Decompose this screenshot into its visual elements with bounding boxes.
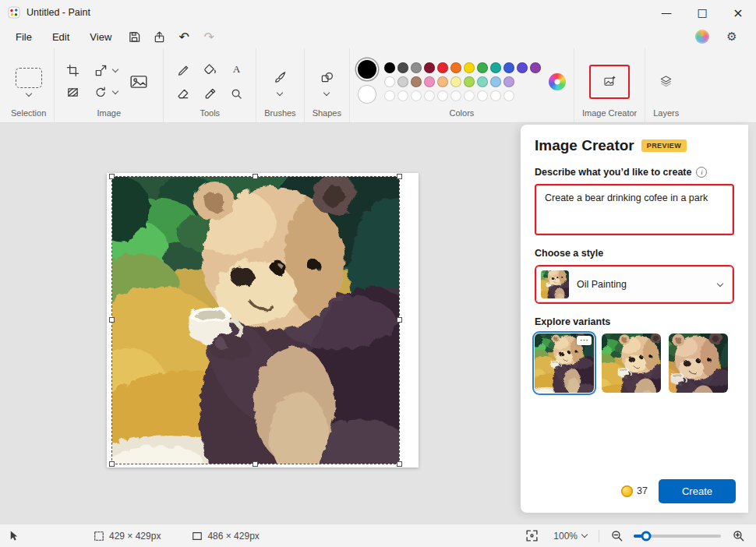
color-swatch-empty[interactable]	[424, 90, 435, 101]
color-swatch[interactable]	[397, 62, 408, 73]
variant-more-button[interactable]: ⋯	[577, 336, 592, 345]
prompt-input[interactable]: Create a bear drinking cofee in a park	[536, 185, 733, 234]
color-swatch-empty[interactable]	[464, 90, 475, 101]
color-swatch-empty[interactable]	[411, 90, 422, 101]
color-swatch[interactable]	[503, 76, 514, 87]
edit-colors-button[interactable]	[549, 73, 566, 90]
selection-dropdown-chevron-icon[interactable]	[25, 90, 31, 96]
image-creator-button[interactable]	[597, 69, 622, 94]
resize-button[interactable]	[90, 62, 111, 80]
style-label: Choose a style	[535, 248, 603, 259]
color-swatch[interactable]	[450, 76, 461, 87]
selection-handle[interactable]	[397, 461, 402, 467]
foreground-color[interactable]	[358, 60, 376, 79]
annotation-box-prompt: Create a bear drinking cofee in a park	[535, 184, 734, 235]
canvas-size-value: 486 × 429px	[207, 531, 259, 542]
image-options-button[interactable]	[122, 65, 155, 98]
color-swatch-empty[interactable]	[477, 90, 488, 101]
color-swatch[interactable]	[464, 76, 475, 87]
color-swatch[interactable]	[411, 62, 422, 73]
color-swatch[interactable]	[411, 76, 422, 87]
zoom-level-dropdown[interactable]: 100%	[549, 528, 592, 544]
color-swatch-empty[interactable]	[437, 90, 448, 101]
canvas-page[interactable]	[107, 173, 419, 468]
background-color[interactable]	[358, 85, 376, 104]
zoom-in-button[interactable]	[728, 527, 748, 545]
color-swatch-empty[interactable]	[503, 90, 514, 101]
create-button[interactable]: Create	[659, 479, 736, 503]
magnifier-button[interactable]	[226, 85, 246, 104]
style-dropdown[interactable]: Oil Painting	[536, 266, 733, 302]
fill-button[interactable]	[200, 60, 220, 79]
selection-handle[interactable]	[109, 317, 115, 323]
selection-handle[interactable]	[109, 461, 115, 467]
coin-icon	[621, 485, 633, 497]
undo-button[interactable]: ↶	[172, 26, 196, 47]
color-swatch[interactable]	[424, 76, 435, 87]
info-icon[interactable]: i	[696, 167, 707, 178]
color-swatch[interactable]	[450, 62, 461, 73]
variant-thumbnail-2[interactable]	[602, 333, 661, 393]
rotate-dropdown-chevron-icon[interactable]	[112, 88, 118, 94]
redo-button[interactable]: ↷	[197, 26, 221, 47]
color-swatch[interactable]	[503, 62, 514, 73]
selection-handle[interactable]	[397, 174, 402, 179]
color-swatch[interactable]	[384, 76, 395, 87]
color-swatch[interactable]	[397, 76, 408, 87]
fit-to-screen-button[interactable]	[521, 527, 542, 545]
menu-edit[interactable]: Edit	[43, 28, 79, 46]
pencil-button[interactable]	[173, 60, 193, 79]
color-picker-button[interactable]	[200, 85, 220, 104]
variant-thumbnail-1[interactable]: ⋯	[535, 333, 594, 393]
selection-tool-button[interactable]	[16, 68, 42, 88]
color-swatch[interactable]	[490, 76, 501, 87]
share-button[interactable]	[147, 26, 171, 47]
color-swatch-empty[interactable]	[397, 90, 408, 101]
resize-dropdown-chevron-icon[interactable]	[112, 66, 118, 72]
selection-handle[interactable]	[397, 317, 402, 323]
image-creator-panel: Image Creator PREVIEW Describe what you’…	[521, 125, 748, 513]
color-swatch[interactable]	[437, 62, 448, 73]
skew-button[interactable]	[62, 83, 83, 102]
menu-view[interactable]: View	[80, 28, 121, 46]
selection-handle[interactable]	[253, 461, 258, 467]
color-swatch[interactable]	[530, 62, 541, 73]
group-label-image-creator: Image Creator	[582, 108, 637, 121]
menu-file[interactable]: File	[6, 28, 41, 46]
shapes-button[interactable]	[316, 69, 337, 87]
canvas-selection[interactable]	[111, 176, 400, 464]
variant-thumbnail-3[interactable]	[669, 333, 728, 393]
rotate-button[interactable]	[90, 83, 111, 102]
color-swatch[interactable]	[517, 62, 528, 73]
color-swatch-empty[interactable]	[384, 90, 395, 101]
color-swatch[interactable]	[424, 62, 435, 73]
color-swatch[interactable]	[477, 62, 488, 73]
selection-handle[interactable]	[253, 174, 258, 179]
panel-title: Image Creator	[535, 137, 634, 154]
copilot-button[interactable]	[691, 26, 714, 47]
close-button[interactable]: ×	[720, 0, 756, 25]
settings-button[interactable]: ⚙	[720, 26, 744, 47]
color-swatch[interactable]	[464, 62, 475, 73]
maximize-button[interactable]: □	[684, 0, 720, 25]
layers-button[interactable]	[654, 69, 679, 94]
save-button[interactable]	[122, 26, 146, 47]
zoom-slider-knob[interactable]	[641, 531, 651, 541]
selection-handle[interactable]	[109, 174, 115, 179]
brush-icon	[274, 71, 287, 84]
color-swatch[interactable]	[490, 62, 501, 73]
zoom-slider[interactable]	[634, 535, 721, 538]
color-swatch-empty[interactable]	[490, 90, 501, 101]
brushes-button[interactable]	[270, 69, 290, 87]
zoom-out-button[interactable]	[606, 527, 627, 545]
brushes-dropdown-chevron-icon[interactable]	[277, 89, 283, 95]
text-tool-button[interactable]: A	[226, 60, 246, 79]
color-swatch[interactable]	[384, 62, 395, 73]
color-swatch[interactable]	[437, 76, 448, 87]
color-swatch-empty[interactable]	[450, 90, 461, 101]
shapes-dropdown-chevron-icon[interactable]	[323, 89, 330, 95]
crop-button[interactable]	[62, 62, 83, 80]
minimize-button[interactable]: —	[648, 0, 684, 25]
eraser-button[interactable]	[173, 85, 193, 104]
color-swatch[interactable]	[477, 76, 488, 87]
